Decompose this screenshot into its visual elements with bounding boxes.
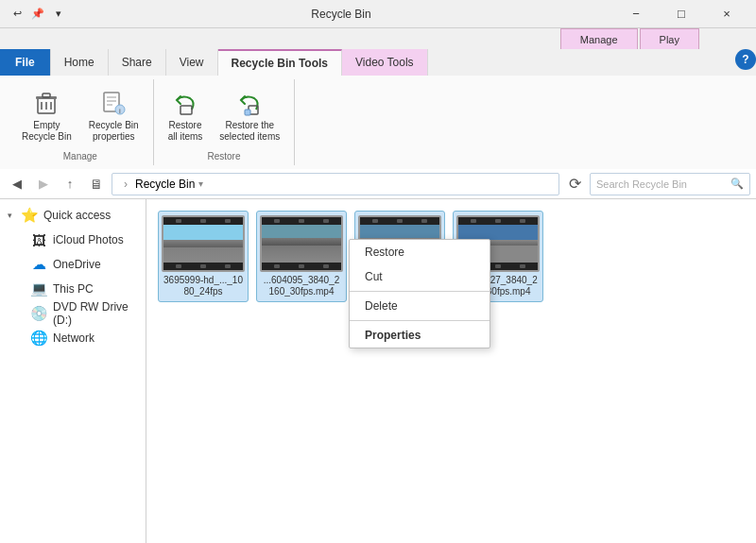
context-delete[interactable]: Delete [350,294,490,318]
ribbon-group-manage: EmptyRecycle Bin i Recycle Binproperties… [8,79,154,165]
svg-rect-2 [43,93,50,97]
address-bar: ◀ ▶ ↑ 🖥 › Recycle Bin ▾ ⟳ Search Recycle… [0,169,756,199]
context-properties[interactable]: Properties [350,323,490,348]
qat-pin[interactable]: 📌 [28,5,47,24]
manage-group-label: Manage [63,151,97,161]
quick-access-expand: ▾ [4,210,15,221]
file-name-2: ...604095_3840_2160_30fps.mp4 [261,275,342,297]
sidebar-item-this-pc[interactable]: 💻 This PC [0,277,146,301]
search-icon[interactable]: 🔍 [730,178,744,190]
quick-access-label: Quick access [43,209,111,222]
tab-home[interactable]: Home [51,49,109,76]
tab-file[interactable]: File [0,49,51,76]
up-button[interactable]: ↑ [59,173,81,195]
computer-icon-btn[interactable]: 🖥 [85,173,108,195]
restore-selected-button[interactable]: Restore theselected items [213,83,286,147]
onedrive-label: OneDrive [53,258,101,271]
ribbon-group-restore: Restoreall items Restore theselected ite… [154,79,296,165]
recycle-bin-properties-button[interactable]: i Recycle Binproperties [82,83,146,147]
quick-access-icon: ⭐ [21,207,38,224]
file-item-2[interactable]: ...604095_3840_2160_30fps.mp4 [256,211,347,302]
qat-dropdown[interactable]: ▾ [49,5,68,24]
sidebar: ▾ ⭐ Quick access 🖼 iCloud Photos ☁ OneDr… [0,199,146,543]
context-cut[interactable]: Cut [350,264,490,289]
title-bar-left: ↩ 📌 ▾ [8,5,68,24]
context-restore[interactable]: Restore [350,240,490,264]
file-image-2 [262,225,341,263]
tab-manage[interactable]: Manage [560,28,638,49]
file-thumbnail-2 [260,215,343,272]
ribbon-content: EmptyRecycle Bin i Recycle Binproperties… [0,76,756,169]
restore-selected-label: Restore theselected items [219,120,280,143]
minimize-button[interactable]: − [614,0,658,28]
tab-play[interactable]: Play [640,28,699,49]
breadcrumb-separator: › [124,178,128,191]
file-area[interactable]: 3695999-hd_..._1080_24fps ...604095_3840… [146,199,756,543]
network-icon: 🌐 [30,330,47,347]
forward-button[interactable]: ▶ [32,173,55,195]
sidebar-item-dvd[interactable]: 💿 DVD RW Drive (D:) [0,301,146,326]
file-item-1[interactable]: 3695999-hd_..._1080_24fps [158,211,249,302]
this-pc-label: This PC [53,282,94,296]
restore-all-button[interactable]: Restoreall items [162,83,210,147]
context-divider-2 [350,320,490,321]
main-area: ▾ ⭐ Quick access 🖼 iCloud Photos ☁ OneDr… [0,199,756,543]
dvd-icon: 💿 [30,305,47,322]
recycle-bin-properties-label: Recycle Binproperties [89,120,139,143]
file-name-1: 3695999-hd_..._1080_24fps [163,275,244,297]
restore-selected-icon [234,88,265,118]
tab-view[interactable]: View [166,49,218,76]
sidebar-item-network[interactable]: 🌐 Network [0,326,146,350]
search-box[interactable]: Search Recycle Bin 🔍 [590,173,750,195]
file-thumbnail-1 [162,215,245,272]
tab-recycle-bin-tools[interactable]: Recycle Bin Tools [218,49,342,76]
address-path[interactable]: › Recycle Bin ▾ [112,173,559,195]
empty-recycle-bin-button[interactable]: EmptyRecycle Bin [15,83,78,147]
icloud-label: iCloud Photos [53,233,124,246]
empty-recycle-bin-icon [31,88,61,118]
sidebar-item-onedrive[interactable]: ☁ OneDrive [0,252,146,277]
restore-all-icon [170,88,200,118]
svg-rect-12 [180,106,192,114]
refresh-button[interactable]: ⟳ [563,173,586,195]
breadcrumb-recycle-bin[interactable]: Recycle Bin [135,178,195,191]
tab-share[interactable]: Share [109,49,166,76]
sidebar-item-icloud[interactable]: 🖼 iCloud Photos [0,228,146,252]
restore-group-label: Restore [207,151,240,161]
recycle-bin-properties-icon: i [98,88,129,118]
close-button[interactable]: × [705,0,748,28]
window-title: Recycle Bin [68,8,614,21]
quick-access-toolbar: ↩ 📌 ▾ [8,5,68,24]
svg-text:i: i [119,107,121,115]
search-placeholder: Search Recycle Bin [596,178,687,190]
restore-all-label: Restoreall items [168,120,203,143]
expand-arrow[interactable]: ▾ [198,178,203,189]
svg-rect-14 [245,110,250,115]
icloud-icon: 🖼 [30,231,47,248]
context-menu: Restore Cut Delete Properties [349,239,490,348]
restore-buttons: Restoreall items Restore theselected ite… [162,83,287,147]
onedrive-icon: ☁ [30,256,47,273]
help-button[interactable]: ? [735,49,756,70]
dvd-label: DVD RW Drive (D:) [53,300,138,327]
network-label: Network [53,331,94,345]
manage-buttons: EmptyRecycle Bin i Recycle Binproperties [15,83,146,147]
maximize-button[interactable]: □ [660,0,703,28]
file-image-1 [163,225,243,263]
this-pc-icon: 💻 [30,280,47,297]
context-divider [350,291,490,292]
qat-undo[interactable]: ↩ [8,5,26,24]
tab-video-tools[interactable]: Video Tools [342,49,428,76]
back-button[interactable]: ◀ [6,173,28,195]
ribbon-tabs: File Home Share View Recycle Bin Tools V… [0,49,756,76]
title-bar: ↩ 📌 ▾ Recycle Bin − □ × [0,0,756,28]
empty-recycle-bin-label: EmptyRecycle Bin [22,120,72,143]
sidebar-item-quick-access[interactable]: ▾ ⭐ Quick access [0,203,146,228]
window-controls: − □ × [614,0,748,28]
